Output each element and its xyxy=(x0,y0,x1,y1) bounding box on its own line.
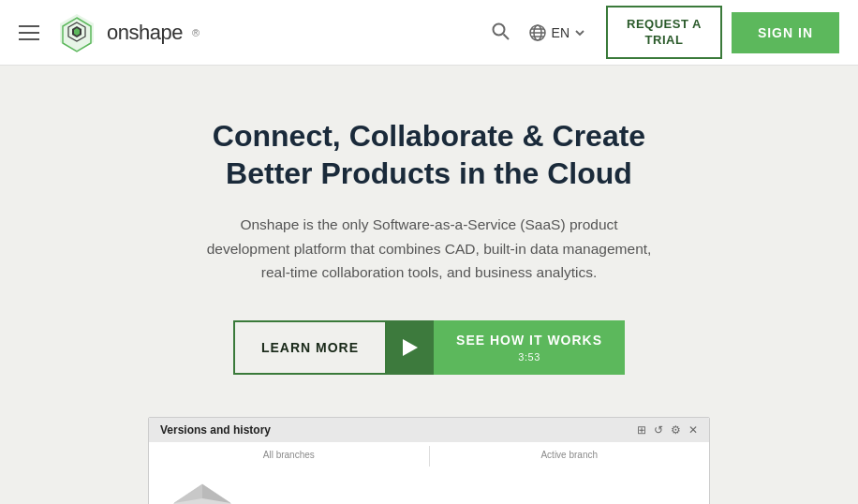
request-trial-button[interactable]: REQUEST A TRIAL xyxy=(606,6,722,60)
see-how-it-works-button[interactable]: SEE HOW IT WORKS 3:53 xyxy=(434,320,625,375)
logo-trademark: ® xyxy=(192,27,200,38)
video-duration: 3:53 xyxy=(518,350,540,363)
app-preview: Versions and history ⊞ ↺ ⚙ ✕ All branche… xyxy=(148,417,710,504)
search-icon xyxy=(491,22,510,40)
svg-point-5 xyxy=(493,24,504,36)
main-subtext: Onshape is the only Software-as-a-Servic… xyxy=(200,213,658,285)
main-headline: Connect, Collaborate & Create Better Pro… xyxy=(185,117,673,192)
hamburger-menu[interactable] xyxy=(19,25,39,40)
preview-body: All branches Active branch xyxy=(149,442,709,480)
see-how-label: SEE HOW IT WORKS xyxy=(456,332,602,348)
preview-3d-model xyxy=(160,480,244,504)
preview-col1-label: All branches xyxy=(160,450,418,460)
logo-icon xyxy=(56,12,97,53)
sign-in-button[interactable]: SIGN IN xyxy=(732,12,839,53)
logo-link[interactable]: onshape® xyxy=(56,12,200,53)
cta-button-group: LEARN MORE SEE HOW IT WORKS 3:53 xyxy=(233,320,625,375)
search-button[interactable] xyxy=(483,14,517,51)
lang-label: EN xyxy=(552,25,570,40)
preview-close-icon: ✕ xyxy=(688,423,698,437)
preview-icon-2: ↺ xyxy=(654,423,663,437)
preview-title: Versions and history xyxy=(160,423,271,437)
svg-line-6 xyxy=(503,35,509,40)
svg-marker-12 xyxy=(403,339,418,356)
main-content: Connect, Collaborate & Create Better Pro… xyxy=(0,66,858,504)
chevron-down-icon xyxy=(574,27,585,38)
logo-text: onshape xyxy=(107,21,183,45)
3d-model-svg xyxy=(165,480,240,504)
play-icon xyxy=(403,339,418,356)
preview-col-1: All branches xyxy=(149,446,430,467)
learn-more-button[interactable]: LEARN MORE xyxy=(233,320,387,375)
preview-col-2: Active branch xyxy=(430,446,710,467)
site-header: onshape® EN REQUEST A TRIAL SIGN IN xyxy=(0,0,858,66)
language-selector[interactable]: EN xyxy=(517,16,597,50)
preview-icon-1: ⊞ xyxy=(637,423,646,437)
preview-content xyxy=(149,480,709,504)
preview-header: Versions and history ⊞ ↺ ⚙ ✕ xyxy=(149,418,709,442)
play-button[interactable] xyxy=(387,320,434,375)
preview-icon-3: ⚙ xyxy=(671,423,681,437)
globe-icon xyxy=(528,23,547,42)
preview-col2-label: Active branch xyxy=(441,450,699,460)
preview-header-icons: ⊞ ↺ ⚙ ✕ xyxy=(637,423,698,437)
